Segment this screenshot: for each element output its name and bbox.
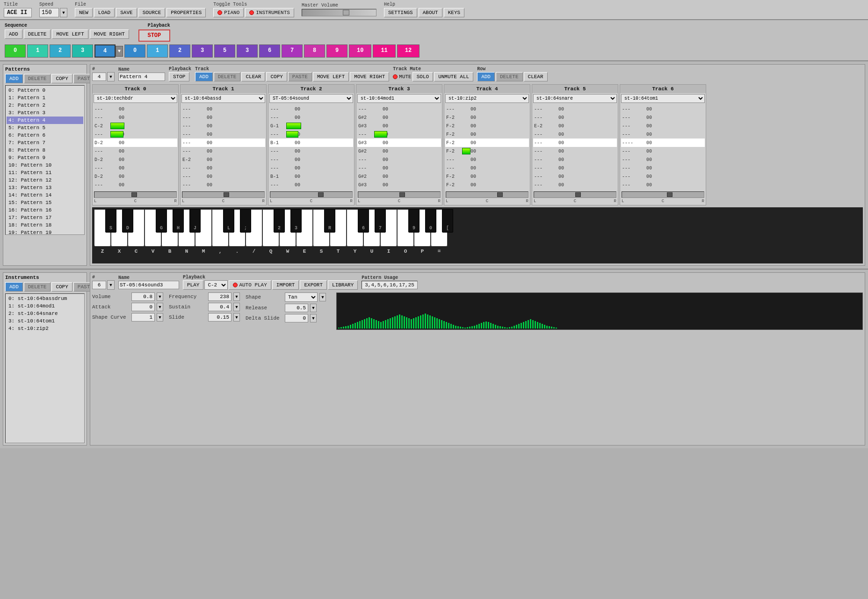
table-row[interactable]: ---00 — [269, 147, 353, 155]
slide-down-btn[interactable]: ▼ — [233, 313, 240, 321]
patterns-list-item[interactable]: 2: Pattern 2 — [7, 102, 83, 109]
pan-slider-6[interactable] — [622, 191, 704, 198]
pattern-tab[interactable]: 8 — [304, 44, 325, 58]
table-row[interactable]: ---00 — [445, 155, 529, 164]
inst-library-btn[interactable]: LIBRARY — [328, 280, 358, 290]
table-row[interactable]: G-100 — [269, 122, 353, 130]
piano-black-key[interactable]: 0 — [425, 209, 436, 233]
table-row[interactable]: ---00 — [621, 164, 705, 172]
pattern-tab[interactable]: 9 — [326, 44, 347, 58]
pattern-tab[interactable]: 1 — [27, 44, 48, 58]
piano-black-key[interactable]: 3 — [290, 209, 302, 233]
table-row[interactable]: ---00 — [181, 172, 265, 181]
pattern-tab[interactable]: 5 — [214, 44, 235, 58]
table-row[interactable]: ---00 — [269, 155, 353, 164]
sustain-down-btn[interactable]: ▼ — [233, 303, 240, 311]
track-copy-btn[interactable]: COPY — [266, 72, 287, 81]
pattern-tab[interactable]: 3 — [72, 44, 93, 58]
slide-input[interactable] — [208, 313, 231, 321]
table-row[interactable]: ---00 — [269, 130, 353, 139]
instruments-list-item[interactable]: 2: st-10:64snare — [7, 310, 83, 317]
table-row[interactable]: ---00 — [533, 172, 617, 181]
table-row[interactable]: ---00 — [357, 155, 441, 164]
patterns-list-item[interactable]: 7: Pattern 7 — [7, 139, 83, 146]
piano-black-key[interactable]: R — [324, 209, 335, 233]
pattern-stop-btn[interactable]: STOP — [169, 72, 189, 81]
pattern-num-down[interactable]: ▼ — [107, 72, 115, 81]
pan-slider-2[interactable] — [270, 191, 353, 198]
new-button[interactable]: NEW — [75, 8, 93, 17]
pattern-tab[interactable]: 2 — [169, 44, 190, 58]
pattern-tab[interactable]: 12 — [397, 44, 420, 58]
table-row[interactable]: ---00 — [533, 105, 617, 113]
pattern-tab[interactable]: 1 — [147, 44, 168, 58]
pan-slider-4[interactable] — [446, 191, 528, 198]
table-row[interactable]: F-200 — [445, 122, 529, 130]
table-row[interactable]: ---00 — [533, 164, 617, 172]
patterns-list-item[interactable]: 17: Pattern 17 — [7, 214, 83, 221]
mute-radio[interactable]: MUTE — [393, 74, 411, 80]
table-row[interactable]: ---00 — [445, 164, 529, 172]
inst-add-btn[interactable]: ADD — [5, 282, 23, 292]
pattern-tab[interactable]: 0 — [124, 44, 145, 58]
pan-thumb-0[interactable] — [131, 192, 137, 197]
piano-black-key[interactable]: 7 — [375, 209, 386, 233]
track-move-right-btn[interactable]: MOVE RIGHT — [350, 72, 389, 81]
pattern-tab[interactable]: 11 — [373, 44, 395, 58]
speed-down-btn[interactable]: ▼ — [60, 8, 67, 17]
pan-slider-5[interactable] — [534, 191, 616, 198]
instruments-list-item[interactable]: 0: st-10:64bassdrum — [7, 295, 83, 302]
track-clear-btn[interactable]: CLEAR — [241, 72, 265, 81]
table-row[interactable]: ---00 — [621, 105, 705, 113]
table-row[interactable]: B-100 — [269, 172, 353, 181]
table-row[interactable]: ---00 — [181, 105, 265, 113]
table-row[interactable]: ---00 — [181, 122, 265, 130]
shape-down-btn[interactable]: ▼ — [319, 293, 326, 301]
pan-thumb-3[interactable] — [399, 192, 405, 197]
speed-input[interactable] — [39, 8, 59, 17]
inst-copy-btn[interactable]: COPY — [51, 282, 72, 292]
patterns-add-btn[interactable]: ADD — [5, 74, 23, 83]
shape-curve-input[interactable] — [131, 313, 155, 321]
master-volume-slider[interactable] — [302, 9, 376, 16]
table-row[interactable]: ---00 — [94, 164, 177, 172]
master-volume-thumb[interactable] — [343, 10, 349, 15]
table-row[interactable]: G#300 — [357, 181, 441, 189]
table-row[interactable]: ---00 — [533, 181, 617, 189]
pan-thumb-4[interactable] — [497, 192, 503, 197]
patterns-list-item[interactable]: 13: Pattern 13 — [7, 184, 83, 191]
patterns-delete-btn[interactable]: DELETE — [24, 74, 51, 83]
piano-black-key[interactable]: S — [105, 209, 116, 233]
seq-stop-button[interactable]: STOP — [138, 29, 170, 42]
table-row[interactable]: D-200 — [94, 172, 177, 181]
attack-down-btn[interactable]: ▼ — [157, 303, 163, 311]
table-row[interactable]: ---00 — [621, 147, 705, 155]
table-row[interactable]: G#300 — [357, 139, 441, 147]
table-row[interactable]: G#200 — [357, 113, 441, 122]
table-row[interactable]: ---00 — [533, 130, 617, 139]
patterns-list-item[interactable]: 14: Pattern 14 — [7, 191, 83, 199]
pattern-tab[interactable]: 3 — [237, 44, 258, 58]
patterns-list-item[interactable]: 8: Pattern 8 — [7, 146, 83, 154]
inst-delete-btn[interactable]: DELETE — [24, 282, 51, 292]
frequency-input[interactable] — [208, 292, 231, 301]
table-row[interactable]: ---00 — [445, 105, 529, 113]
solo-btn[interactable]: SOLO — [412, 72, 433, 81]
pan-thumb-2[interactable] — [318, 192, 324, 197]
pattern-tab[interactable]: 2 — [50, 44, 71, 58]
instruments-toggle[interactable]: INSTRUMENTS — [245, 8, 294, 17]
table-row[interactable]: G#200 — [357, 147, 441, 155]
track-instrument-select-1[interactable]: st-10:64bassd — [181, 94, 265, 103]
table-row[interactable]: D-200 — [94, 139, 177, 147]
piano-black-key[interactable]: J — [189, 209, 201, 233]
patterns-list-item[interactable]: 19: Pattern 19 — [7, 229, 83, 235]
instruments-list-item[interactable]: 1: st-10:64mod1 — [7, 302, 83, 310]
table-row[interactable]: ---00 — [181, 147, 265, 155]
pattern-tab-dropdown-arrow[interactable]: ▼ — [116, 46, 123, 57]
table-row[interactable]: ---00 — [533, 155, 617, 164]
pan-slider-0[interactable] — [94, 191, 177, 198]
track-instrument-select-4[interactable]: st-10:zip2 — [445, 94, 529, 103]
inst-num-down[interactable]: ▼ — [107, 280, 115, 290]
track-instrument-select-5[interactable]: st-10:64snare — [533, 94, 617, 103]
patterns-list-item[interactable]: 15: Pattern 15 — [7, 199, 83, 206]
